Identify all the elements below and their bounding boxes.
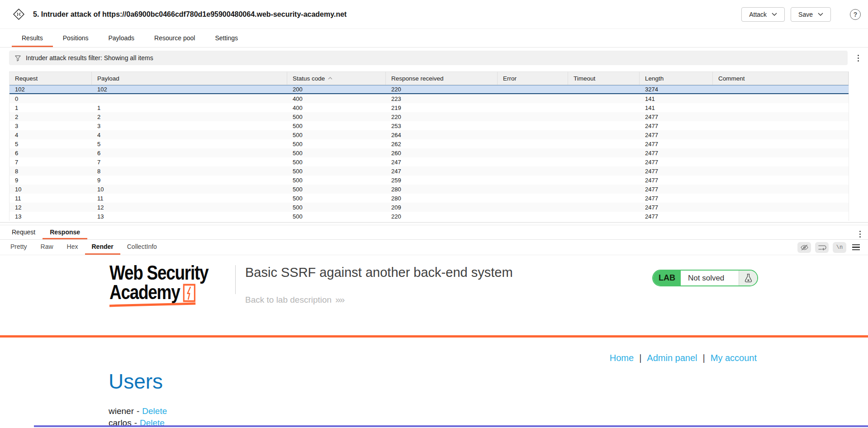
cell-status: 500 (287, 112, 386, 121)
lightning-bolt-icon (183, 284, 195, 302)
column-header-response-received[interactable]: Response received (386, 72, 498, 85)
intruder-tab-bar: Results Positions Payloads Resource pool… (0, 29, 868, 48)
table-row[interactable]: 11400219141 (9, 103, 849, 112)
table-row[interactable]: 13135002202477 (9, 212, 849, 221)
cell-status: 500 (287, 176, 386, 185)
cell-error (498, 185, 568, 194)
table-row[interactable]: 1021022002203274 (9, 85, 849, 94)
help-icon[interactable]: ? (850, 9, 861, 20)
column-header-length[interactable]: Length (640, 72, 713, 85)
column-header-payload[interactable]: Payload (92, 72, 287, 85)
table-row[interactable]: 885002472477 (9, 166, 849, 176)
panel-splitter[interactable] (0, 222, 868, 225)
table-row[interactable]: 555002622477 (9, 139, 849, 148)
cell-error (498, 112, 568, 121)
cell-length: 2477 (640, 112, 713, 121)
sort-ascending-icon (328, 77, 332, 80)
table-row[interactable]: 665002602477 (9, 148, 849, 157)
cell-length: 141 (640, 94, 713, 103)
tab-collectinfo[interactable]: CollectInfo (120, 240, 164, 255)
lab-status-badge: LAB Not solved (652, 270, 758, 286)
cell-request: 3 (9, 121, 92, 130)
cell-received: 259 (386, 176, 498, 185)
cell-error (498, 203, 568, 212)
cell-error (498, 121, 568, 130)
cell-comment (713, 185, 849, 194)
cell-timeout (568, 139, 640, 148)
cell-request: 13 (9, 212, 92, 221)
cell-timeout (568, 203, 640, 212)
cell-request: 7 (9, 157, 92, 166)
cell-timeout (568, 130, 640, 139)
eye-slash-icon[interactable] (797, 242, 811, 253)
cell-status: 500 (287, 203, 386, 212)
cell-error (498, 139, 568, 148)
cell-error (498, 194, 568, 203)
cell-payload: 11 (92, 194, 287, 203)
column-header-status-code[interactable]: Status code (287, 72, 386, 85)
table-row[interactable]: 445002642477 (9, 130, 849, 139)
results-table-header: Request Payload Status code Response rec… (9, 71, 849, 85)
table-row[interactable]: 11115002802477 (9, 194, 849, 203)
tab-render[interactable]: Render (85, 240, 120, 255)
nav-admin-panel-link[interactable]: Admin panel (647, 353, 697, 363)
results-table: Request Payload Status code Response rec… (9, 71, 849, 221)
bottom-edge-line (34, 425, 868, 427)
cell-received: 220 (386, 86, 498, 93)
table-row[interactable]: 12125002092477 (9, 203, 849, 212)
cell-received: 280 (386, 185, 498, 194)
newline-icon[interactable]: \n (833, 242, 846, 253)
cell-received: 247 (386, 166, 498, 176)
tab-resource-pool[interactable]: Resource pool (144, 29, 205, 47)
word-wrap-icon[interactable] (815, 242, 829, 253)
cell-payload: 2 (92, 112, 287, 121)
tab-pretty[interactable]: Pretty (4, 240, 34, 255)
attack-button[interactable]: Attack (741, 7, 785, 22)
back-to-lab-description-link[interactable]: Back to lab description»» (245, 294, 344, 305)
cell-request: 5 (9, 139, 92, 148)
delete-wiener-link[interactable]: Delete (142, 406, 167, 416)
nav-my-account-link[interactable]: My account (711, 353, 757, 363)
results-filter-bar[interactable]: Intruder attack results filter: Showing … (9, 51, 848, 65)
column-header-comment[interactable]: Comment (713, 72, 849, 85)
save-button[interactable]: Save (791, 7, 831, 22)
cell-request: 2 (9, 112, 92, 121)
table-row[interactable]: 335002532477 (9, 121, 849, 130)
tab-response[interactable]: Response (43, 226, 87, 239)
cell-request: 9 (9, 176, 92, 185)
filter-row: Intruder attack results filter: Showing … (9, 51, 863, 65)
column-header-error[interactable]: Error (498, 72, 568, 85)
filter-menu-icon[interactable] (854, 52, 863, 64)
cell-length: 3274 (640, 86, 713, 93)
table-row[interactable]: 225002202477 (9, 112, 849, 121)
tab-payloads[interactable]: Payloads (99, 29, 145, 47)
editor-toolbar: \n (797, 240, 862, 255)
tab-request[interactable]: Request (5, 226, 43, 239)
tab-results[interactable]: Results (12, 29, 53, 47)
tab-raw[interactable]: Raw (34, 240, 60, 255)
table-row[interactable]: 775002472477 (9, 157, 849, 166)
editor-menu-icon[interactable] (856, 228, 864, 240)
editor-options-menu-icon[interactable] (850, 243, 862, 252)
nav-separator: | (703, 353, 705, 363)
column-header-timeout[interactable]: Timeout (568, 72, 640, 85)
cell-comment (713, 103, 849, 112)
table-row[interactable]: 0400223141 (9, 94, 849, 103)
cell-received: 253 (386, 121, 498, 130)
table-row[interactable]: 10105002802477 (9, 185, 849, 194)
nav-home-link[interactable]: Home (610, 353, 634, 363)
tab-hex[interactable]: Hex (60, 240, 85, 255)
cell-timeout (568, 86, 640, 93)
cell-received: 280 (386, 194, 498, 203)
cell-status: 500 (287, 212, 386, 221)
web-security-academy-logo: Web Security Academy (109, 263, 221, 306)
column-header-request[interactable]: Request (9, 72, 92, 85)
cell-error (498, 148, 568, 157)
cell-length: 2477 (640, 148, 713, 157)
table-row[interactable]: 995002592477 (9, 176, 849, 185)
cell-comment (713, 112, 849, 121)
tab-positions[interactable]: Positions (53, 29, 99, 47)
tab-settings[interactable]: Settings (205, 29, 248, 47)
cell-received: 262 (386, 139, 498, 148)
cell-timeout (568, 166, 640, 176)
